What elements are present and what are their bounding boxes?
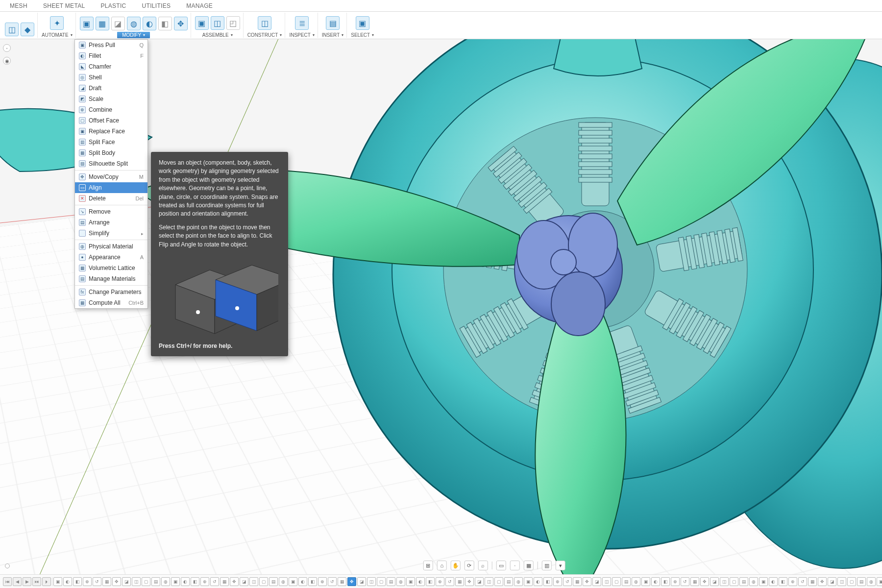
menu-item-split-body[interactable]: ▦Split Body — [75, 147, 147, 158]
timeline-feature-node[interactable]: ✥ — [700, 577, 709, 586]
timeline-feature-node[interactable]: ◐ — [534, 577, 542, 586]
timeline-feature-node[interactable]: ▦ — [690, 577, 699, 586]
nav-tool-icon[interactable]: ⌕ — [478, 561, 488, 570]
menu-item-chamfer[interactable]: ◣Chamfer — [75, 61, 147, 72]
menu-item-change-parameters[interactable]: fxChange Parameters — [75, 287, 147, 297]
timeline-feature-node[interactable]: ▣ — [641, 577, 650, 586]
timeline-feature-node[interactable]: ▣ — [524, 577, 533, 586]
ribbon-tool-icon[interactable]: ◐ — [143, 17, 156, 30]
ribbon-tool-icon[interactable]: ◍ — [127, 17, 141, 30]
ribbon-tool-icon[interactable]: ◆ — [21, 23, 34, 36]
menu-item-fillet[interactable]: ◐FilletF — [75, 50, 147, 61]
timeline-feature-node[interactable]: ✥ — [818, 577, 827, 586]
timeline-feature-node[interactable]: ▣ — [759, 577, 768, 586]
timeline-feature-node[interactable]: ▢ — [259, 577, 268, 586]
timeline-feature-node[interactable]: ✥ — [583, 577, 591, 586]
timeline-feature-node[interactable]: ◫ — [720, 577, 729, 586]
nav-tool-icon[interactable]: ▾ — [556, 561, 565, 570]
timeline-feature-node[interactable]: ◧ — [779, 577, 787, 586]
menu-item-compute-all[interactable]: ▦Compute AllCtrl+B — [75, 297, 147, 308]
timeline-feature-node[interactable]: ▣ — [171, 577, 180, 586]
menu-utilities[interactable]: UTILITIES — [142, 2, 171, 9]
timeline-feature-node[interactable]: ↺ — [445, 577, 454, 586]
menu-item-volumetric-lattice[interactable]: ▦Volumetric Lattice — [75, 263, 147, 273]
menu-item-manage-materials[interactable]: ▤Manage Materials — [75, 273, 147, 284]
ribbon-tool-icon[interactable]: ◪ — [111, 17, 125, 30]
timeline-feature-node[interactable]: ▣ — [53, 577, 62, 586]
menu-sheet-metal[interactable]: SHEET METAL — [43, 2, 85, 9]
timeline-feature-node[interactable]: ◪ — [592, 577, 601, 586]
menu-item-draft[interactable]: ◢Draft — [75, 83, 147, 94]
ribbon-tool-icon[interactable]: ▦ — [96, 17, 109, 30]
timeline-feature-node[interactable]: ⊕ — [83, 577, 92, 586]
timeline-feature-node[interactable]: ▤ — [622, 577, 631, 586]
timeline-feature-node[interactable]: ✥ — [112, 577, 121, 586]
timeline-feature-node[interactable]: ▤ — [739, 577, 748, 586]
ribbon-label-assemble[interactable]: ASSEMBLE — [202, 32, 233, 38]
nav-tool-icon[interactable]: ✋ — [451, 561, 461, 570]
menu-item-combine[interactable]: ⊕Combine — [75, 104, 147, 115]
ribbon-tool-icon[interactable]: ▤ — [326, 16, 340, 30]
nav-tool-icon[interactable]: ▭ — [496, 561, 506, 570]
nav-tool-icon[interactable]: ▦ — [524, 561, 534, 570]
menu-item-align[interactable]: ▭Align — [75, 182, 147, 193]
menu-item-move-copy[interactable]: ✥Move/CopyM — [75, 172, 147, 182]
timeline-feature-node[interactable]: ✥ — [465, 577, 474, 586]
timeline-feature-node[interactable]: ◍ — [632, 577, 640, 586]
timeline-feature-node[interactable]: ◫ — [602, 577, 611, 586]
timeline-feature-node[interactable]: ▦ — [808, 577, 817, 586]
menu-manage[interactable]: MANAGE — [186, 2, 213, 9]
ribbon-label-inspect[interactable]: INSPECT — [289, 32, 314, 38]
timeline-feature-node[interactable]: ⊕ — [200, 577, 209, 586]
menu-item-delete[interactable]: ✕DeleteDel — [75, 193, 147, 204]
nav-tool-icon[interactable]: · — [510, 561, 520, 570]
timeline-feature-node[interactable]: ✥ — [230, 577, 239, 586]
timeline-strip[interactable]: ⏮◀▶⏭⏵▣◐◧⊕↺▦✥◪◫▢▤◍▣◐◧⊕↺▦✥◪◫▢▤◍▣◐◧⊕↺▦✥◪◫▢▤… — [0, 574, 882, 588]
timeline-feature-node[interactable]: ↺ — [93, 577, 101, 586]
timeline-feature-node[interactable]: ↺ — [563, 577, 572, 586]
timeline-feature-node[interactable]: ↺ — [328, 577, 337, 586]
timeline-feature-node[interactable]: ◍ — [279, 577, 288, 586]
timeline-feature-node[interactable]: ▤ — [387, 577, 395, 586]
timeline-feature-node[interactable]: ◫ — [367, 577, 376, 586]
menu-item-offset-face[interactable]: ▢Offset Face — [75, 115, 147, 126]
timeline-feature-node[interactable]: ▢ — [847, 577, 856, 586]
timeline-feature-node[interactable]: ⊕ — [553, 577, 562, 586]
timeline-feature-node[interactable]: ▣ — [289, 577, 297, 586]
menu-item-simplify[interactable]: Simplify — [75, 228, 147, 239]
timeline-feature-node[interactable]: ◐ — [181, 577, 190, 586]
timeline-feature-node[interactable]: ◐ — [651, 577, 660, 586]
nav-tool-icon[interactable]: ⊞ — [423, 561, 433, 570]
timeline-feature-node[interactable]: ▣ — [877, 577, 882, 586]
timeline-feature-node[interactable]: ◍ — [396, 577, 405, 586]
ribbon-tool-icon[interactable]: ✦ — [50, 16, 64, 30]
timeline-feature-node[interactable]: ◧ — [543, 577, 552, 586]
timeline-feature-node[interactable]: ▢ — [377, 577, 386, 586]
menu-plastic[interactable]: PLASTIC — [100, 2, 126, 9]
timeline-feature-node[interactable]: ⊕ — [671, 577, 680, 586]
timeline-playback-button[interactable]: ⏵ — [42, 577, 51, 586]
timeline-feature-node[interactable]: ⊕ — [788, 577, 797, 586]
timeline-feature-node[interactable]: ▢ — [612, 577, 621, 586]
timeline-feature-node[interactable]: ◍ — [514, 577, 523, 586]
timeline-feature-node[interactable]: ◧ — [191, 577, 199, 586]
timeline-feature-node[interactable]: ◪ — [710, 577, 719, 586]
timeline-feature-node[interactable]: ▢ — [730, 577, 738, 586]
menu-item-arrange[interactable]: ▤Arrange — [75, 217, 147, 228]
timeline-feature-node[interactable]: ▢ — [142, 577, 150, 586]
menu-item-press-pull[interactable]: ▣Press PullQ — [75, 40, 147, 50]
timeline-feature-node[interactable]: ⊕ — [436, 577, 444, 586]
timeline-feature-node[interactable]: ↺ — [681, 577, 689, 586]
menu-item-appearance[interactable]: ●AppearanceA — [75, 252, 147, 263]
menu-item-physical-material[interactable]: ◍Physical Material — [75, 241, 147, 252]
timeline-feature-node[interactable]: ▢ — [494, 577, 503, 586]
ribbon-tool-icon[interactable]: ◫ — [258, 16, 271, 30]
ribbon-label-modify[interactable]: MODIFY — [117, 32, 150, 38]
ribbon-tool-icon[interactable]: ▣ — [195, 16, 209, 30]
timeline-feature-node[interactable]: ◐ — [769, 577, 778, 586]
ribbon-tool-icon[interactable]: ◧ — [158, 17, 172, 30]
timeline-feature-node[interactable]: ◫ — [837, 577, 846, 586]
timeline-feature-node[interactable]: ◫ — [249, 577, 258, 586]
ribbon-label-automate[interactable]: AUTOMATE — [42, 32, 73, 38]
timeline-playback-button[interactable]: ▶ — [23, 577, 31, 586]
